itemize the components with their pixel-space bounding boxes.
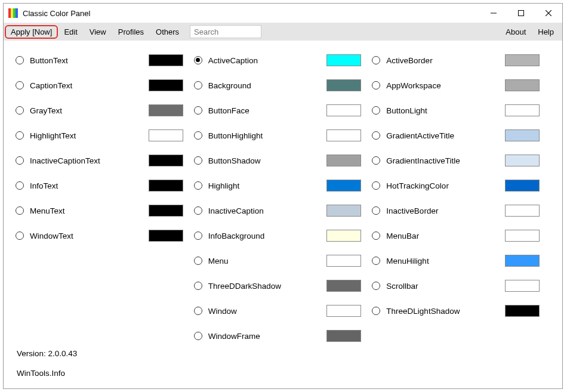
- swatch-hottrackingcolor[interactable]: [505, 180, 540, 192]
- radio-captiontext[interactable]: [16, 81, 24, 89]
- color-row: ButtonLight: [372, 98, 550, 123]
- radio-appworkspace[interactable]: [372, 81, 380, 89]
- swatch-menu[interactable]: [326, 255, 361, 267]
- radio-menutext[interactable]: [16, 206, 24, 215]
- radio-windowtext[interactable]: [16, 232, 24, 240]
- color-label: ButtonLight: [386, 106, 505, 115]
- color-label: ButtonText: [30, 56, 149, 65]
- svg-rect-0: [519, 11, 524, 16]
- color-label: ThreeDLightShadow: [386, 307, 505, 316]
- swatch-menubar[interactable]: [505, 230, 540, 242]
- color-row: MenuHilight: [372, 248, 550, 273]
- color-row: ThreeDLightShadow: [372, 298, 550, 323]
- app-icon: [8, 8, 18, 18]
- swatch-highlight[interactable]: [326, 180, 361, 192]
- color-label: WindowFrame: [208, 332, 327, 341]
- swatch-window[interactable]: [326, 305, 361, 317]
- swatch-threedlightshadow[interactable]: [505, 305, 540, 317]
- close-button[interactable]: [535, 4, 562, 23]
- radio-scrollbar[interactable]: [372, 282, 380, 290]
- color-row: CaptionText: [16, 73, 194, 98]
- swatch-activeborder[interactable]: [505, 54, 540, 66]
- swatch-appworkspace[interactable]: [505, 79, 540, 91]
- color-label: ActiveBorder: [386, 56, 505, 65]
- swatch-buttonhighlight[interactable]: [326, 129, 361, 141]
- swatch-buttonface[interactable]: [326, 104, 361, 116]
- radio-buttontext[interactable]: [16, 56, 24, 64]
- radio-buttonface[interactable]: [194, 106, 202, 115]
- swatch-gradientactivetitle[interactable]: [505, 129, 540, 141]
- color-row: InactiveCaptionText: [16, 148, 194, 173]
- radio-gradientinactivetitle[interactable]: [372, 156, 380, 165]
- maximize-button[interactable]: [507, 4, 535, 23]
- menu-apply-now[interactable]: Apply [Now]: [5, 25, 58, 39]
- color-row: GrayText: [16, 98, 194, 123]
- radio-infobackground[interactable]: [194, 232, 202, 240]
- color-label: ButtonShadow: [208, 156, 327, 165]
- swatch-inactivecaption[interactable]: [326, 205, 361, 217]
- radio-graytext[interactable]: [16, 106, 24, 115]
- swatch-activecaption[interactable]: [326, 54, 361, 66]
- swatch-inactiveborder[interactable]: [505, 205, 540, 217]
- swatch-graytext[interactable]: [149, 104, 183, 116]
- radio-background[interactable]: [194, 81, 202, 89]
- menu-help[interactable]: Help: [532, 25, 560, 39]
- radio-threeddarkshadow[interactable]: [194, 282, 202, 290]
- swatch-menutext[interactable]: [149, 205, 183, 217]
- radio-inactivecaption[interactable]: [194, 206, 202, 215]
- swatch-inactivecaptiontext[interactable]: [149, 155, 183, 166]
- radio-menuhilight[interactable]: [372, 257, 380, 265]
- radio-inactiveborder[interactable]: [372, 206, 380, 215]
- color-row: InfoText: [16, 173, 194, 198]
- radio-buttonhighlight[interactable]: [194, 131, 202, 140]
- site-link[interactable]: WinTools.Info: [17, 369, 194, 378]
- swatch-buttonshadow[interactable]: [326, 155, 361, 166]
- swatch-buttonlight[interactable]: [505, 104, 540, 116]
- content-area: ButtonTextCaptionTextGrayTextHighlightTe…: [4, 41, 562, 388]
- swatch-infotext[interactable]: [149, 180, 183, 192]
- radio-highlighttext[interactable]: [16, 131, 24, 140]
- radio-activecaption[interactable]: [194, 56, 202, 64]
- color-row: ButtonFace: [194, 98, 372, 123]
- color-label: ButtonFace: [208, 106, 327, 115]
- swatch-highlighttext[interactable]: [149, 129, 183, 141]
- swatch-threeddarkshadow[interactable]: [326, 280, 361, 292]
- menu-view[interactable]: View: [84, 25, 112, 39]
- radio-highlight[interactable]: [194, 181, 202, 190]
- swatch-captiontext[interactable]: [149, 79, 183, 91]
- menu-others[interactable]: Others: [150, 25, 185, 39]
- color-label: Window: [208, 307, 327, 316]
- swatch-windowframe[interactable]: [326, 330, 361, 342]
- color-label: InfoBackground: [208, 232, 327, 240]
- radio-infotext[interactable]: [16, 181, 24, 190]
- menu-profiles[interactable]: Profiles: [112, 25, 150, 39]
- radio-buttonlight[interactable]: [372, 106, 380, 115]
- search-input[interactable]: [190, 25, 261, 38]
- minimize-button[interactable]: [480, 4, 507, 23]
- titlebar: Classic Color Panel: [4, 4, 562, 23]
- color-label: GrayText: [30, 106, 149, 115]
- radio-inactivecaptiontext[interactable]: [16, 156, 24, 165]
- menu-about[interactable]: About: [500, 25, 532, 39]
- radio-buttonshadow[interactable]: [194, 156, 202, 165]
- swatch-gradientinactivetitle[interactable]: [505, 155, 540, 166]
- swatch-background[interactable]: [326, 79, 361, 91]
- menu-edit[interactable]: Edit: [58, 25, 83, 39]
- color-label: CaptionText: [30, 81, 149, 90]
- swatch-windowtext[interactable]: [149, 230, 183, 242]
- radio-gradientactivetitle[interactable]: [372, 131, 380, 140]
- radio-menubar[interactable]: [372, 232, 380, 240]
- swatch-infobackground[interactable]: [326, 230, 361, 242]
- radio-menu[interactable]: [194, 257, 202, 265]
- radio-activeborder[interactable]: [372, 56, 380, 64]
- radio-threedlightshadow[interactable]: [372, 307, 380, 315]
- radio-windowframe[interactable]: [194, 332, 202, 340]
- swatch-buttontext[interactable]: [149, 54, 183, 66]
- radio-hottrackingcolor[interactable]: [372, 181, 380, 190]
- color-row: GradientInactiveTitle: [372, 148, 550, 173]
- swatch-scrollbar[interactable]: [505, 280, 540, 292]
- swatch-menuhilight[interactable]: [505, 255, 540, 267]
- color-label: ThreeDDarkShadow: [208, 282, 327, 291]
- color-row: Scrollbar: [372, 273, 550, 298]
- radio-window[interactable]: [194, 307, 202, 315]
